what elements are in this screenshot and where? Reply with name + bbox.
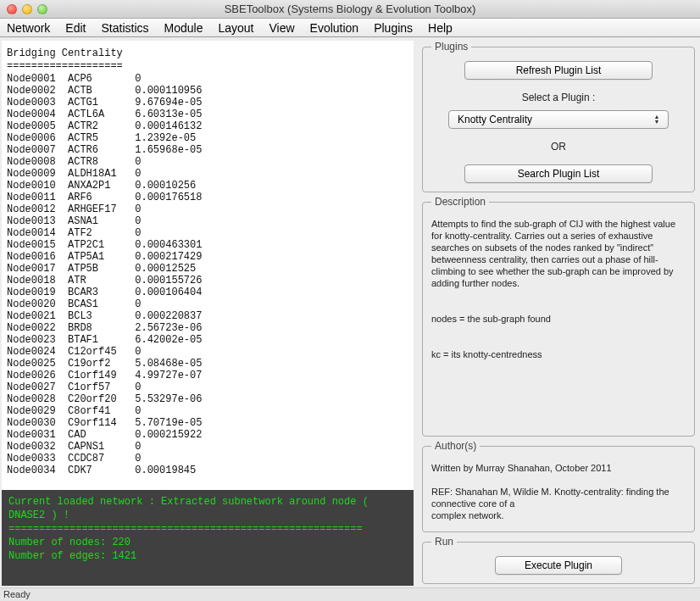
data-row: Node0021 BCL3 0.000220837	[7, 310, 408, 322]
close-icon[interactable]	[7, 4, 17, 14]
data-row: Node0004 ACTL6A 6.60313e-05	[7, 109, 408, 120]
minimize-icon[interactable]	[22, 4, 32, 14]
main-area: Bridging Centrality =================== …	[0, 37, 700, 587]
menu-view[interactable]: View	[269, 21, 294, 35]
data-row: Node0011 ARF6 0.000176518	[7, 192, 408, 203]
updown-icon: ▲▼	[651, 114, 663, 125]
data-row: Node0024 C12orf45 0	[7, 346, 408, 358]
console-pane[interactable]: Current loaded network : Extracted subne…	[2, 490, 414, 586]
menu-edit[interactable]: Edit	[65, 21, 86, 35]
data-row: Node0007 ACTR6 1.65968e-05	[7, 144, 408, 156]
description-panel: Description Attempts to find the sub-gra…	[422, 196, 695, 437]
data-row: Node0009 ALDH18A1 0	[7, 168, 408, 180]
author-panel: Author(s) Written by Murray Shanahan, Oc…	[422, 440, 695, 532]
refresh-plugin-button[interactable]: Refresh Plugin List	[464, 61, 653, 80]
data-row: Node0034 CDK7 0.00019845	[7, 465, 408, 476]
data-rows: Node0001 ACP6 0Node0002 ACTB 0.000110956…	[7, 73, 408, 476]
console-line: Current loaded network : Extracted subne…	[8, 495, 407, 509]
data-row: Node0015 ATP2C1 0.000463301	[7, 239, 408, 251]
plugin-select-value: Knotty Centrality	[458, 114, 651, 125]
desc-paragraph: Attempts to find the sub-graph of CIJ wi…	[431, 218, 682, 289]
desc-paragraph: kc = its knotty-centredness	[431, 348, 682, 360]
window-title: SBEToolbox (Systems Biology & Evolution …	[0, 3, 700, 15]
or-label: OR	[431, 141, 686, 153]
plugins-panel: Plugins Refresh Plugin List Select a Plu…	[422, 41, 695, 192]
menu-plugins[interactable]: Plugins	[374, 21, 413, 35]
menu-help[interactable]: Help	[428, 21, 453, 35]
console-edges: Number of edges: 1421	[8, 549, 407, 563]
data-row: Node0003 ACTG1 9.67694e-05	[7, 97, 408, 109]
author-line: complex network.	[431, 509, 682, 521]
data-row: Node0028 C20orf20 5.53297e-06	[7, 393, 408, 405]
menu-module[interactable]: Module	[164, 21, 203, 35]
data-row: Node0025 C19orf2 5.08468e-05	[7, 358, 408, 370]
select-plugin-label: Select a Plugin :	[431, 92, 686, 103]
data-row: Node0002 ACTB 0.000110956	[7, 85, 408, 97]
data-row: Node0006 ACTR5 1.2392e-05	[7, 132, 408, 144]
right-column: Plugins Refresh Plugin List Select a Plu…	[414, 37, 700, 587]
data-row: Node0008 ACTR8 0	[7, 156, 408, 168]
data-row: Node0019 BCAR3 0.000106404	[7, 287, 408, 298]
left-column: Bridging Centrality =================== …	[0, 37, 414, 587]
data-row: Node0005 ACTR2 0.000146132	[7, 120, 408, 132]
data-row: Node0016 ATP5A1 0.000217429	[7, 251, 408, 263]
data-row: Node0017 ATP5B 0.00012525	[7, 263, 408, 275]
data-row: Node0001 ACP6 0	[7, 73, 408, 85]
console-nodes: Number of nodes: 220	[8, 536, 407, 549]
window-controls	[7, 4, 47, 14]
execute-plugin-button[interactable]: Execute Plugin	[495, 556, 622, 575]
data-row: Node0023 BTAF1 6.42002e-05	[7, 334, 408, 346]
menubar: Network Edit Statistics Module Layout Vi…	[0, 19, 700, 37]
data-row: Node0027 C1orf57 0	[7, 381, 408, 393]
data-row: Node0012 ARHGEF17 0	[7, 203, 408, 215]
console-line: DNASE2 ) !	[8, 509, 407, 522]
plugin-select[interactable]: Knotty Centrality ▲▼	[448, 110, 669, 129]
data-row: Node0029 C8orf41 0	[7, 405, 408, 417]
data-row: Node0032 CAPNS1 0	[7, 441, 408, 453]
menu-evolution[interactable]: Evolution	[310, 21, 359, 35]
menu-network[interactable]: Network	[7, 21, 50, 35]
run-legend: Run	[431, 536, 457, 548]
data-row: Node0026 C1orf149 4.99727e-07	[7, 370, 408, 381]
data-row: Node0030 C9orf114 5.70719e-05	[7, 417, 408, 429]
menu-statistics[interactable]: Statistics	[101, 21, 148, 35]
data-row: Node0010 ANXA2P1 0.00010256	[7, 180, 408, 192]
plugins-legend: Plugins	[431, 41, 471, 53]
description-text[interactable]: Attempts to find the sub-graph of CIJ wi…	[431, 216, 686, 386]
data-row: Node0022 BRD8 2.56723e-06	[7, 322, 408, 334]
desc-paragraph: nodes = the sub-graph found	[431, 313, 682, 325]
data-row: Node0013 ASNA1 0	[7, 215, 408, 227]
status-bar: Ready	[0, 587, 700, 601]
window-titlebar: SBEToolbox (Systems Biology & Evolution …	[0, 0, 700, 19]
author-legend: Author(s)	[431, 440, 480, 452]
data-row: Node0014 ATF2 0	[7, 227, 408, 239]
data-output-pane[interactable]: Bridging Centrality =================== …	[2, 41, 414, 490]
description-legend: Description	[431, 196, 489, 208]
data-row: Node0031 CAD 0.000215922	[7, 429, 408, 441]
zoom-icon[interactable]	[37, 4, 47, 14]
data-row: Node0020 BCAS1 0	[7, 298, 408, 310]
data-row: Node0033 CCDC87 0	[7, 453, 408, 465]
search-plugin-button[interactable]: Search Plugin List	[464, 164, 653, 183]
data-heading: Bridging Centrality	[7, 47, 408, 59]
run-panel: Run Execute Plugin	[422, 536, 695, 584]
author-text[interactable]: Written by Murray Shanahan, October 2011…	[431, 460, 686, 523]
console-divider: ========================================…	[8, 522, 407, 536]
author-line: Written by Murray Shanahan, October 2011	[431, 462, 682, 474]
data-divider: ===================	[7, 60, 408, 72]
data-row: Node0018 ATR 0.000155726	[7, 275, 408, 287]
author-line: REF: Shanahan M, Wildie M. Knotty-centra…	[431, 486, 682, 509]
menu-layout[interactable]: Layout	[218, 21, 253, 35]
